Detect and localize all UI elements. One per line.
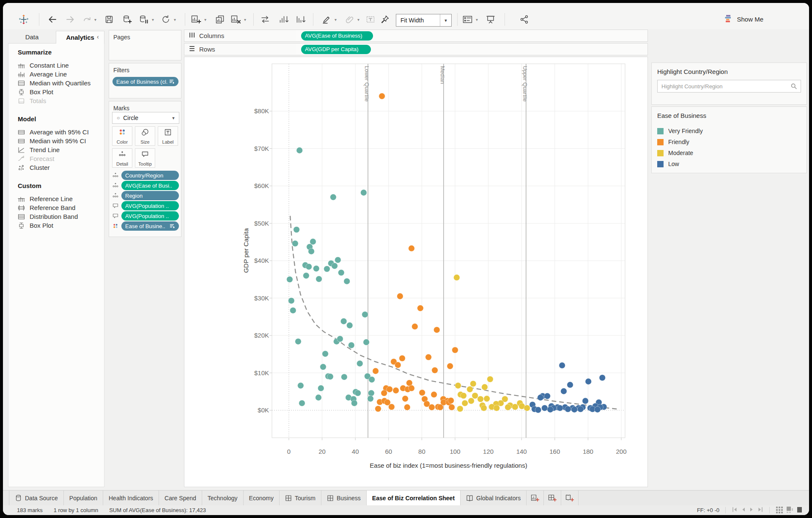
sheet-tab-tourism[interactable]: Tourism <box>280 491 321 505</box>
mark-circle-very-friendly[interactable] <box>320 364 326 370</box>
mark-circle-friendly[interactable] <box>429 404 435 411</box>
show-filmstrip-button[interactable] <box>786 506 793 515</box>
replay-caret[interactable]: ▾ <box>94 17 96 22</box>
analytics-item-reference-line[interactable]: Reference Line <box>18 194 104 203</box>
mark-circle-friendly[interactable] <box>431 392 437 398</box>
mark-circle-very-friendly[interactable] <box>363 339 370 346</box>
sheet-tab-ease-of-biz-correlation-sheet[interactable]: Ease of Biz Correlation Sheet <box>367 491 461 505</box>
marks-size-button[interactable]: Size <box>135 126 155 146</box>
mark-circle-friendly[interactable] <box>448 398 454 404</box>
group-members-button[interactable] <box>344 14 355 25</box>
mark-circle-low[interactable] <box>547 406 554 413</box>
previous-page-button[interactable] <box>741 507 746 513</box>
sheet-tab-global-indicators[interactable]: Global Indicators <box>461 491 527 505</box>
analytics-item-distribution-band[interactable]: Distribution Band <box>18 212 104 221</box>
mark-circle-friendly[interactable] <box>393 387 399 394</box>
show-mark-labels-button[interactable] <box>365 14 376 25</box>
show-hide-cards-button[interactable] <box>462 14 473 25</box>
search-icon[interactable] <box>787 83 801 90</box>
mark-circle-friendly[interactable] <box>412 324 418 330</box>
analytics-item-average-line[interactable]: Average Line <box>18 70 104 79</box>
undo-button[interactable] <box>47 14 58 25</box>
mark-circle-moderate[interactable] <box>455 382 461 389</box>
mark-circle-very-friendly[interactable] <box>294 226 300 233</box>
mark-circle-friendly[interactable] <box>409 245 415 252</box>
duplicate-sheet-button[interactable] <box>214 14 225 25</box>
marks-pill[interactable]: AVG(Population .. <box>121 201 179 210</box>
marks-tooltip-button[interactable]: Tooltip <box>135 148 155 168</box>
mark-circle-very-friendly[interactable] <box>298 382 304 389</box>
legend-item-friendly[interactable]: Friendly <box>657 136 703 147</box>
mark-circle-very-friendly[interactable] <box>310 239 316 245</box>
group-members-caret[interactable]: ▾ <box>357 17 359 22</box>
mark-circle-moderate[interactable] <box>477 396 484 402</box>
mark-circle-friendly[interactable] <box>425 354 432 360</box>
highlight-button[interactable] <box>321 14 332 25</box>
sheet-tab-care-spend[interactable]: Care Spend <box>159 491 202 505</box>
mark-circle-very-friendly[interactable] <box>303 273 310 279</box>
mark-circle-friendly[interactable] <box>449 404 455 411</box>
mark-circle-low[interactable] <box>542 405 548 411</box>
columns-shelf[interactable]: AVG(Ease of Business) <box>296 30 648 42</box>
pause-updates-button[interactable] <box>138 14 149 25</box>
mark-circle-moderate[interactable] <box>470 381 477 387</box>
sheet-tab-health-indicators[interactable]: Health Indicators <box>103 491 159 505</box>
mark-circle-low[interactable] <box>565 406 571 412</box>
mark-circle-low[interactable] <box>577 406 584 412</box>
marks-pill[interactable]: Country/Region <box>121 171 179 180</box>
replay-button[interactable] <box>82 14 93 25</box>
clear-sheet-caret[interactable]: ▾ <box>244 17 246 22</box>
mark-circle-friendly[interactable] <box>387 386 393 393</box>
mark-circle-moderate[interactable] <box>484 395 490 402</box>
mark-circle-very-friendly[interactable] <box>292 240 299 247</box>
clear-sheet-button[interactable] <box>230 14 241 25</box>
mark-circle-moderate[interactable] <box>481 405 487 411</box>
mark-circle-very-friendly[interactable] <box>332 263 338 269</box>
mark-circle-very-friendly[interactable] <box>288 297 295 304</box>
mark-circle-very-friendly[interactable] <box>348 342 355 349</box>
new-worksheet-button[interactable] <box>191 14 202 25</box>
pause-updates-caret[interactable]: ▾ <box>152 17 154 22</box>
mark-circle-very-friendly[interactable] <box>318 385 324 392</box>
new-worksheet-tab-button[interactable] <box>527 491 544 505</box>
mark-circle-very-friendly[interactable] <box>357 360 363 367</box>
presentation-mode-button[interactable] <box>485 14 496 25</box>
collapse-pane-icon[interactable]: ‹ <box>97 33 99 40</box>
sheet-tab-business[interactable]: Business <box>321 491 367 505</box>
analytics-item-average-with-95-ci[interactable]: Average with 95% CI <box>18 128 104 136</box>
mark-circle-low[interactable] <box>585 379 592 385</box>
mark-circle-low[interactable] <box>567 382 573 388</box>
marks-detail-button[interactable]: Detail <box>112 148 132 168</box>
mark-circle-moderate[interactable] <box>467 386 473 393</box>
mark-circle-friendly[interactable] <box>379 93 385 99</box>
worksheet-view[interactable]: Lower QuartileMedianUpper Quartile$0K$10… <box>184 57 648 487</box>
mark-circle-low[interactable] <box>599 375 606 381</box>
new-worksheet-caret[interactable]: ▾ <box>204 17 206 22</box>
mark-circle-very-friendly[interactable] <box>361 190 367 196</box>
mark-circle-moderate[interactable] <box>494 405 500 411</box>
mark-circle-very-friendly[interactable] <box>351 400 358 406</box>
marks-pill[interactable]: AVG(Population .. <box>121 211 179 221</box>
analytics-item-constant-line[interactable]: Constant Line <box>18 61 104 70</box>
next-page-button[interactable] <box>749 507 754 513</box>
mark-circle-low[interactable] <box>535 407 541 413</box>
sheet-tab-data-source[interactable]: Data Source <box>9 491 64 505</box>
mark-circle-low[interactable] <box>559 363 565 369</box>
sort-descending-button[interactable] <box>296 14 307 25</box>
mark-circle-very-friendly[interactable] <box>296 147 303 154</box>
mark-circle-friendly[interactable] <box>404 404 411 411</box>
share-button[interactable] <box>519 14 530 25</box>
new-story-tab-button[interactable] <box>561 491 579 505</box>
scatter-plot[interactable]: Lower QuartileMedianUpper Quartile$0K$10… <box>229 62 648 488</box>
mark-circle-moderate[interactable] <box>524 405 530 411</box>
mark-circle-very-friendly[interactable] <box>327 374 334 380</box>
mark-circle-friendly[interactable] <box>434 327 440 333</box>
trend-curve[interactable] <box>290 216 618 409</box>
show-me-button[interactable]: Show Me <box>724 14 763 25</box>
highlight-caret[interactable]: ▾ <box>335 17 337 22</box>
mark-circle-friendly[interactable] <box>402 395 409 402</box>
mark-circle-friendly[interactable] <box>389 404 395 410</box>
analytics-item-box-plot[interactable]: Box Plot <box>18 87 104 96</box>
mark-circle-friendly[interactable] <box>409 385 415 392</box>
mark-circle-moderate[interactable] <box>462 400 468 406</box>
